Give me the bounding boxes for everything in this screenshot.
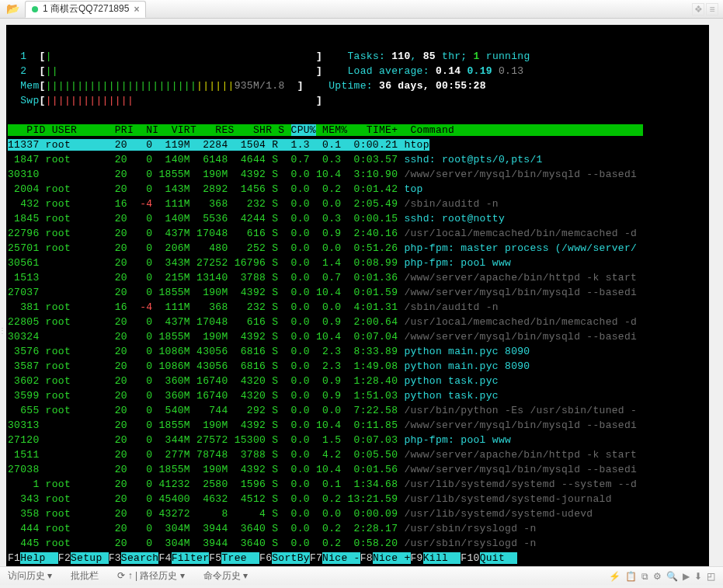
side-handle[interactable]: [0, 326, 5, 373]
bolt-icon[interactable]: ⚡: [609, 571, 620, 582]
download-icon[interactable]: ⬇: [694, 571, 702, 582]
close-icon[interactable]: ×: [134, 4, 139, 15]
status-icons: ⚡ 📋 ⧉ ⚙ 🔍 ▶ ⬇ ◰: [609, 571, 715, 582]
status-dot-icon: [32, 6, 38, 12]
status-cmd[interactable]: 命令历史 ▾: [203, 569, 248, 583]
terminal-container: 1 [| ] Tasks: 110, 85 thr; 1 running 2 […: [0, 19, 723, 566]
tab-title: 1 商棋云QQ7271895: [43, 2, 129, 16]
search-icon[interactable]: 🔍: [666, 571, 678, 582]
status-bar-label[interactable]: 批批栏: [71, 569, 99, 583]
status-bar: 访问历史 ▾ 批批栏 ⟳ ↑ | 路径历史 ▾ 命令历史 ▾ ⚡ 📋 ⧉ ⚙ 🔍…: [0, 566, 723, 585]
list-icon[interactable]: ≡: [706, 3, 718, 16]
status-history[interactable]: 访问历史 ▾: [8, 569, 52, 583]
grid-icon[interactable]: ❖: [692, 3, 704, 16]
play-icon[interactable]: ▶: [683, 571, 690, 582]
copy-icon[interactable]: ⧉: [641, 571, 648, 582]
title-tabs: 📂 1 商棋云QQ7271895 × ❖ ≡: [0, 0, 723, 19]
window-controls: ❖ ≡: [692, 3, 718, 16]
tab-session-1[interactable]: 1 商棋云QQ7271895 ×: [25, 1, 146, 18]
window-icon[interactable]: ◰: [707, 571, 715, 582]
clipboard-icon[interactable]: 📋: [625, 571, 637, 582]
open-folder-icon[interactable]: 📂: [5, 3, 20, 16]
status-path[interactable]: ⟳ ↑ | 路径历史 ▾: [117, 569, 184, 583]
gear-icon[interactable]: ⚙: [653, 571, 662, 582]
terminal[interactable]: 1 [| ] Tasks: 110, 85 thr; 1 running 2 […: [6, 25, 709, 566]
